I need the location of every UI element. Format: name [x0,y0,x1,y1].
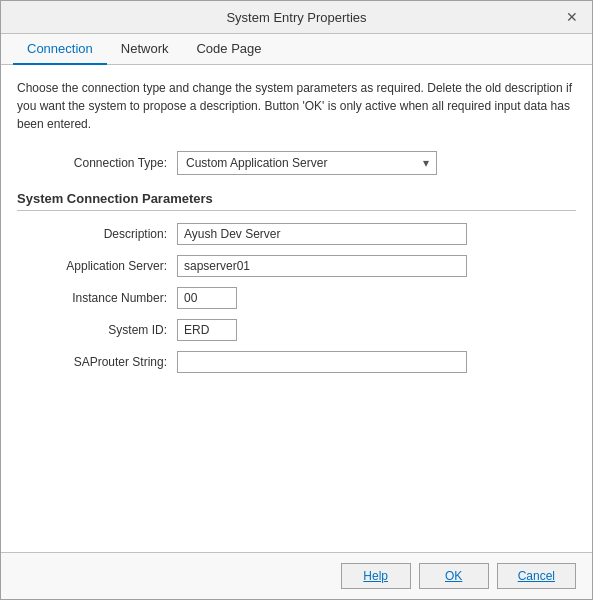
application-server-input[interactable] [177,255,467,277]
instance-number-row: Instance Number: [17,287,576,309]
saprouter-label: SAProuter String: [17,355,177,369]
system-id-label: System ID: [17,323,177,337]
section-title: System Connection Parameters [17,191,576,211]
connection-type-label: Connection Type: [47,156,177,170]
description-label: Description: [17,227,177,241]
close-button[interactable]: ✕ [564,9,580,25]
dialog-title: System Entry Properties [29,10,564,25]
titlebar: System Entry Properties ✕ [1,1,592,34]
connection-type-select-wrapper: Custom Application Server Group/Server S… [177,151,437,175]
system-entry-properties-dialog: System Entry Properties ✕ Connection Net… [0,0,593,600]
tab-bar: Connection Network Code Page [1,34,592,65]
application-server-row: Application Server: [17,255,576,277]
dialog-footer: Help OK Cancel [1,552,592,599]
description-input[interactable] [177,223,467,245]
ok-button[interactable]: OK [419,563,489,589]
saprouter-row: SAProuter String: [17,351,576,373]
tab-code-page[interactable]: Code Page [182,34,275,65]
description-text: Choose the connection type and change th… [17,79,576,133]
dialog-body: Choose the connection type and change th… [1,65,592,552]
system-id-row: System ID: [17,319,576,341]
description-row: Description: [17,223,576,245]
tab-connection[interactable]: Connection [13,34,107,65]
saprouter-input[interactable] [177,351,467,373]
application-server-label: Application Server: [17,259,177,273]
tab-network[interactable]: Network [107,34,183,65]
instance-number-label: Instance Number: [17,291,177,305]
connection-type-select[interactable]: Custom Application Server Group/Server S… [177,151,437,175]
help-button[interactable]: Help [341,563,411,589]
connection-type-row: Connection Type: Custom Application Serv… [47,151,576,175]
instance-number-input[interactable] [177,287,237,309]
cancel-button[interactable]: Cancel [497,563,576,589]
system-id-input[interactable] [177,319,237,341]
